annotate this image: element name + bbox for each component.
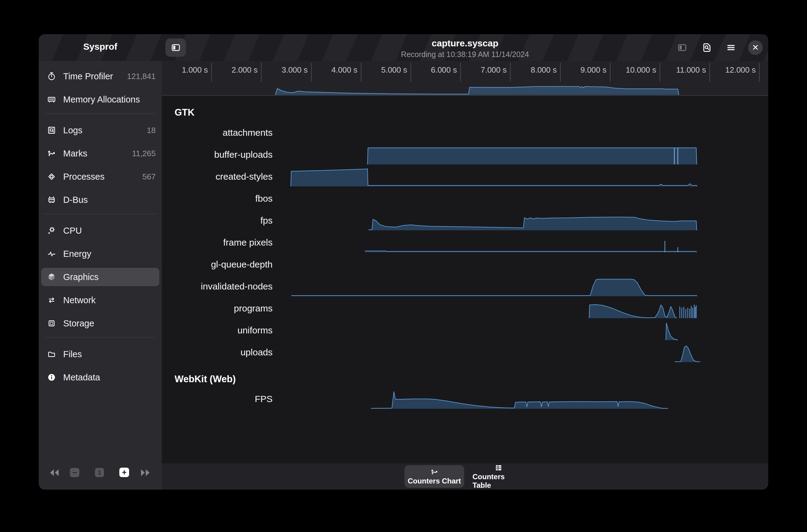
sidebar-item-label: Metadata	[63, 373, 100, 382]
files-icon	[47, 349, 56, 359]
energy-icon	[47, 249, 56, 259]
hamburger-menu-icon	[726, 42, 736, 53]
time-profiler-icon	[47, 71, 56, 81]
network-icon	[47, 295, 56, 305]
counter-row-chart-frame-pixels[interactable]	[162, 231, 768, 253]
counter-row-chart-FPS[interactable]	[162, 388, 768, 410]
sidebar-list: Time Profiler121,841Memory AllocationsLo…	[41, 67, 159, 392]
close-window-button[interactable]: ✕	[748, 40, 763, 55]
counter-row-chart-programs[interactable]	[162, 298, 768, 319]
toggle-sidebar-button[interactable]	[165, 38, 186, 57]
logs-icon	[47, 126, 56, 135]
section-header-webkit-web-: WebKit (Web)	[175, 373, 236, 385]
storage-icon	[47, 319, 56, 328]
close-icon: ✕	[752, 43, 759, 53]
sidebar-item-energy[interactable]: Energy	[41, 245, 159, 263]
zoom-out-button[interactable]: −	[70, 468, 79, 477]
ruler-tick-label: 9.000 s	[555, 65, 606, 75]
sidebar-item-label: Processes	[63, 172, 104, 182]
zoom-in-full-button[interactable]	[140, 469, 151, 477]
app-title: Sysprof	[39, 41, 162, 52]
sidebar-item-label: Graphics	[63, 272, 98, 282]
sidebar-item-processes[interactable]: Processes567	[41, 168, 159, 186]
sidebar-item-label: D-Bus	[63, 195, 88, 205]
sidebar-item-network[interactable]: Network	[41, 291, 159, 309]
sidebar-item-time-profiler[interactable]: Time Profiler121,841	[41, 67, 159, 86]
sidebar-item-count: 18	[144, 126, 155, 135]
ruler-tick-label: 2.000 s	[206, 65, 258, 75]
chart-icon	[430, 468, 439, 476]
sidebar-item-d-bus[interactable]: D-Bus	[41, 191, 159, 209]
sysprof-window: Sysprof capture.syscap Recording at 10:3…	[39, 34, 768, 490]
sidebar-item-label: Logs	[63, 126, 82, 135]
panel-right-icon	[677, 42, 687, 53]
counter-row-chart-attachments[interactable]	[162, 122, 768, 144]
footer-toolbar	[162, 463, 768, 490]
sidebar-item-label: Network	[63, 295, 95, 305]
time-ruler[interactable]: 1.000 s2.000 s3.000 s4.000 s5.000 s6.000…	[162, 61, 768, 95]
ruler-tick-label: 10.000 s	[604, 65, 656, 75]
sidebar-item-logs[interactable]: Logs18	[41, 121, 159, 139]
sidebar: Time Profiler121,841Memory AllocationsLo…	[39, 61, 162, 490]
counter-row-chart-uploads[interactable]	[162, 341, 768, 363]
sidebar-item-label: Files	[63, 349, 82, 359]
counter-row-chart-uniforms[interactable]	[162, 319, 768, 341]
sidebar-item-count: 567	[140, 172, 155, 182]
ruler-tick-label: 1.000 s	[156, 65, 208, 75]
panel-toggle-button[interactable]	[674, 41, 691, 54]
ruler-tick-label: 12.000 s	[704, 65, 756, 75]
ruler-tick-label: 3.000 s	[256, 65, 308, 75]
ruler-tick-label: 7.000 s	[455, 65, 507, 75]
ruler-tick-label: 11.000 s	[654, 65, 706, 75]
tab-counters-table[interactable]: Counters Table	[473, 465, 525, 488]
primary-menu-button[interactable]	[723, 41, 739, 54]
counter-row-chart-buffer-uploads[interactable]	[162, 144, 768, 166]
marks-icon	[47, 149, 56, 158]
document-search-icon	[701, 42, 712, 53]
counter-row-chart-fps[interactable]	[162, 210, 768, 231]
processes-icon	[47, 172, 56, 182]
ruler-tick-label: 6.000 s	[405, 65, 457, 75]
sidebar-divider	[45, 113, 155, 114]
cpu-icon	[47, 226, 56, 235]
section-header-gtk: GTK	[175, 106, 195, 119]
sidebar-item-label: Marks	[63, 149, 87, 159]
tab-label: Counters Chart	[408, 477, 461, 485]
sidebar-item-graphics[interactable]: Graphics	[41, 268, 159, 286]
zoom-out-full-button[interactable]	[49, 469, 60, 477]
counter-row-chart-created-styles[interactable]	[162, 166, 768, 188]
counters-chart: GTKattachmentsbuffer-uploadscreated-styl…	[162, 96, 768, 463]
sidebar-item-metadata[interactable]: Metadata	[41, 368, 159, 386]
zoom-in-button[interactable]: +	[120, 468, 129, 477]
sidebar-item-storage[interactable]: Storage	[41, 314, 159, 332]
sidebar-item-label: Energy	[63, 249, 91, 259]
overview-chart[interactable]	[162, 78, 768, 95]
sidebar-item-memory-allocations[interactable]: Memory Allocations	[41, 90, 159, 109]
sidebar-item-files[interactable]: Files	[41, 345, 159, 363]
counter-row-chart-gl-queue-depth[interactable]	[162, 253, 768, 276]
sidebar-item-label: Memory Allocations	[63, 95, 140, 104]
graphics-icon	[47, 272, 56, 282]
sidebar-item-count: 11,265	[129, 149, 155, 158]
ruler-tick-label: 8.000 s	[505, 65, 557, 75]
metadata-icon	[47, 373, 56, 382]
panel-left-icon	[171, 42, 181, 53]
sidebar-item-label: CPU	[63, 226, 82, 236]
counter-row-chart-invalidated-nodes[interactable]	[162, 276, 768, 298]
zoom-level[interactable]: 1	[95, 468, 104, 477]
counter-row-chart-fbos[interactable]	[162, 188, 768, 210]
table-icon	[494, 464, 503, 472]
ruler-tick-label: 4.000 s	[306, 65, 357, 75]
sidebar-item-label: Storage	[63, 319, 94, 328]
tab-counters-chart[interactable]: Counters Chart	[404, 465, 464, 488]
sidebar-item-marks[interactable]: Marks11,265	[41, 144, 159, 163]
memory-allocations-icon	[47, 95, 56, 104]
sidebar-divider	[45, 214, 155, 214]
tab-label: Counters Table	[473, 473, 525, 490]
sidebar-divider	[45, 337, 155, 338]
sidebar-item-cpu[interactable]: CPU	[41, 222, 159, 240]
open-capture-button[interactable]	[699, 41, 715, 54]
ruler-tick-label: 5.000 s	[355, 65, 407, 75]
d-bus-icon	[47, 195, 56, 205]
sidebar-item-count: 121,841	[124, 72, 155, 81]
